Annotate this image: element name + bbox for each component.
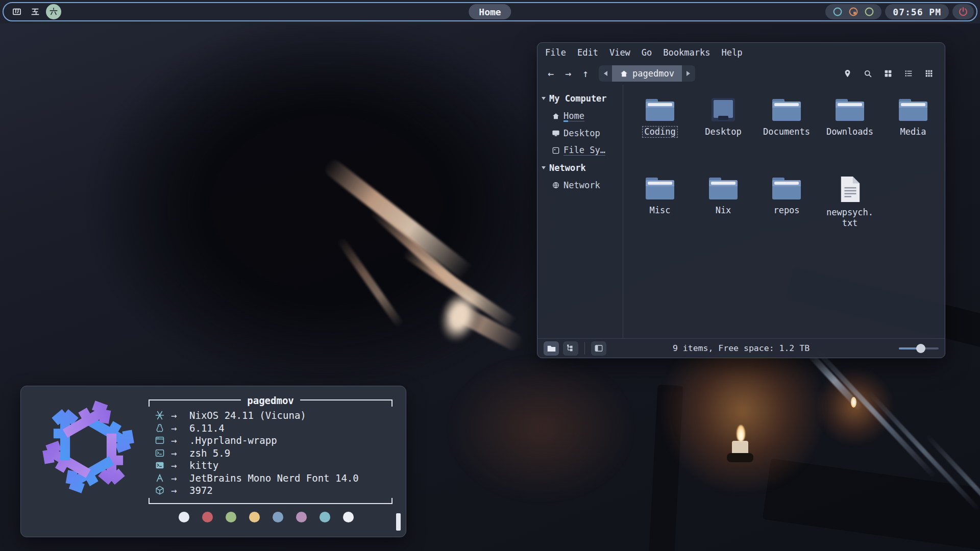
sidebar-places-toggle[interactable]	[544, 341, 559, 356]
green-ring-icon[interactable]	[864, 6, 875, 17]
section-label: My Computer	[549, 93, 607, 104]
cjk-four-glyph	[12, 7, 22, 17]
wallpaper-beam	[763, 459, 980, 551]
file-item-label: Downloads	[824, 126, 875, 138]
sidebar-item-label: File Sy…	[564, 145, 605, 156]
power-button[interactable]	[952, 4, 974, 19]
package-cube-icon	[155, 485, 171, 495]
fetch-row-os: → NixOS 24.11 (Vicuna)	[155, 409, 393, 422]
menu-file[interactable]: File	[540, 45, 572, 60]
file-item-misc[interactable]: Misc	[628, 176, 692, 254]
arrow: →	[171, 422, 189, 434]
home-icon	[552, 112, 560, 120]
fetch-host-title: pagedmov	[241, 395, 300, 406]
frame-corner	[149, 399, 154, 407]
wallpaper-candle	[732, 441, 748, 455]
sidebar-item-home[interactable]: Home	[541, 108, 620, 124]
file-item-newpsych-txt[interactable]: newpsych.txt	[818, 176, 881, 254]
sidebar-item-label: Home	[564, 111, 584, 121]
menu-go[interactable]: Go	[636, 45, 657, 60]
wallpaper-hair-streak	[322, 157, 485, 290]
panel-toggle-icon	[594, 344, 603, 353]
split-view-toggle[interactable]	[591, 341, 606, 356]
search-button[interactable]	[861, 67, 874, 80]
section-label: Network	[549, 163, 586, 173]
folder-icon	[644, 97, 676, 122]
sidebar-item-filesystem[interactable]: File Sy…	[541, 142, 620, 159]
teal-ring-icon[interactable]	[832, 6, 843, 17]
file-item-downloads[interactable]: Downloads	[818, 97, 881, 176]
sidebar-desktop-text: Desktop	[564, 128, 600, 138]
palette-dot	[273, 512, 283, 522]
sidebar-item-network[interactable]: Network	[541, 177, 620, 193]
fetch-packages-value: 3972	[189, 485, 393, 496]
wallpaper-hair-streak	[336, 236, 404, 328]
back-button[interactable]: ←	[543, 65, 559, 82]
arrow: →	[171, 435, 189, 446]
breadcrumb-next-button[interactable]	[682, 65, 695, 82]
nixos-logo-container	[30, 393, 146, 530]
icon-view-icon	[884, 69, 893, 78]
arrow: →	[171, 447, 189, 459]
menu-edit[interactable]: Edit	[572, 45, 604, 60]
workspace-six-active[interactable]	[46, 4, 61, 19]
thumbnail-view-button[interactable]	[922, 67, 936, 80]
file-item-coding[interactable]: Coding	[628, 97, 692, 176]
file-item-documents[interactable]: Documents	[755, 97, 818, 176]
compact-view-icon	[904, 69, 913, 78]
menu-help[interactable]: Help	[716, 45, 748, 60]
palette-dot	[202, 512, 213, 522]
icon-view[interactable]: Coding Desktop Documents Downloads	[623, 85, 948, 338]
sidebar-tree-toggle[interactable]	[563, 341, 578, 356]
palette-dot	[179, 512, 189, 522]
clock[interactable]: 07:56 PM	[885, 4, 949, 19]
workspace-four[interactable]	[9, 4, 24, 19]
sidebar-item-desktop[interactable]: Desktop	[541, 125, 620, 141]
cjk-six-glyph	[48, 7, 59, 17]
folder-pane-icon	[547, 344, 556, 353]
wallpaper-candle-glow	[817, 368, 893, 445]
sidebar-section-network[interactable]: Network	[541, 159, 620, 177]
wallpaper-light-streak	[924, 433, 980, 541]
file-item-desktop[interactable]: Desktop	[692, 97, 755, 176]
chevron-left-icon	[604, 71, 607, 76]
wallpaper-hair-streak	[440, 297, 525, 353]
file-item-media[interactable]: Media	[881, 97, 945, 176]
wallpaper-light-streak	[808, 342, 938, 480]
fetch-font-value: JetBrains Mono Nerd Font 14.0	[189, 472, 393, 484]
filesystem-icon	[552, 146, 560, 155]
toolbar-actions	[841, 67, 940, 80]
menu-bookmarks[interactable]: Bookmarks	[657, 45, 716, 60]
compact-view-button[interactable]	[902, 67, 915, 80]
up-button[interactable]: ↑	[577, 65, 594, 82]
arrow: →	[171, 485, 189, 496]
desktop: Home 07:56 PM File Edit View Go Bookmark…	[0, 0, 980, 551]
icon-view-button[interactable]	[881, 67, 895, 80]
orange-timer-ring-icon[interactable]	[848, 6, 859, 17]
menu-view[interactable]: View	[604, 45, 636, 60]
forward-button[interactable]: →	[560, 65, 576, 82]
file-item-nix[interactable]: Nix	[692, 176, 755, 254]
palette-dot	[320, 512, 330, 522]
folder-icon	[897, 97, 929, 122]
zoom-slider[interactable]	[899, 344, 939, 353]
zoom-slider-knob[interactable]	[916, 344, 925, 353]
font-icon	[155, 473, 171, 483]
sidebar-item-label: Desktop	[564, 128, 600, 138]
arrow: →	[171, 410, 189, 421]
wallpaper-candle-holder	[727, 453, 753, 462]
menu-bar: File Edit View Go Bookmarks Help	[537, 43, 945, 62]
frame-line	[154, 399, 241, 400]
breadcrumb-current-segment[interactable]: pagedmov	[612, 65, 682, 82]
terminal-icon	[155, 460, 171, 470]
breadcrumb-prev-button[interactable]	[599, 65, 612, 82]
location-pin-button[interactable]	[841, 67, 854, 80]
arrow: →	[171, 460, 189, 471]
thumbnail-view-icon	[924, 69, 934, 78]
file-item-repos[interactable]: repos	[755, 176, 818, 254]
terminal-cursor	[396, 513, 401, 531]
sidebar-section-my-computer[interactable]: My Computer	[541, 90, 620, 107]
workspace-five[interactable]	[28, 4, 43, 19]
text-file-icon	[838, 176, 862, 203]
cjk-five-glyph	[30, 7, 40, 17]
